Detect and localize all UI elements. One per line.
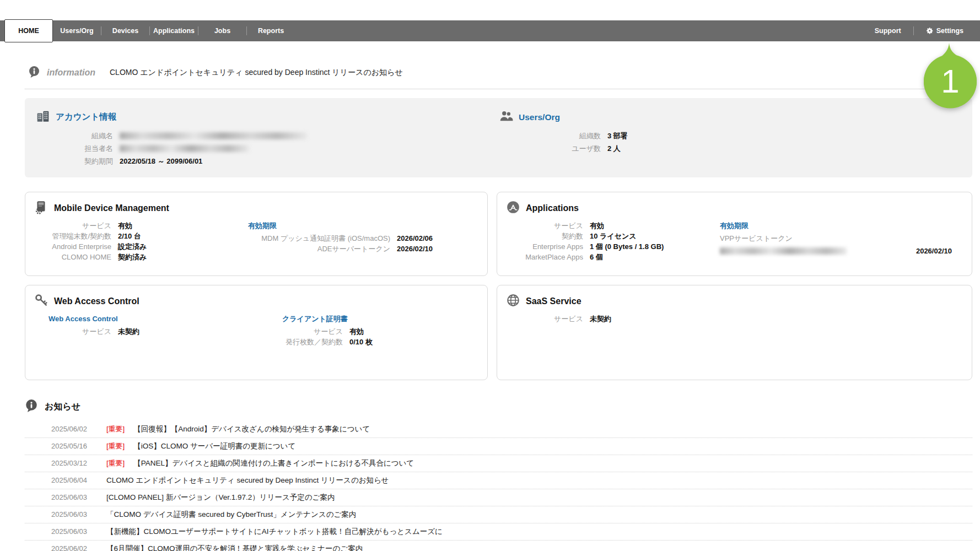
notice-date: 2025/05/16	[51, 442, 98, 450]
notice-date: 2025/03/12	[51, 459, 98, 467]
information-announcement-link[interactable]: CLOMO エンドポイントセキュリティ secured by Deep Inst…	[110, 68, 403, 78]
apps-license-label: 契約数	[506, 231, 583, 241]
tab-home[interactable]: HOME	[4, 19, 53, 42]
users-org-title[interactable]: Users/Org	[519, 112, 560, 122]
nav-separator	[913, 26, 914, 35]
wac-service-label: サービス	[34, 326, 111, 337]
wac-card: Web Access Control Web Access Control サー…	[25, 285, 488, 380]
user-count-value: 2 人	[607, 142, 961, 155]
notices-section: お知らせ 2025/06/02 [重要] 【回復報】【Android】デバイス改…	[25, 399, 972, 551]
notice-row[interactable]: 2025/06/02 [重要] 【回復報】【Android】デバイス改ざんの検知…	[25, 421, 972, 438]
mdm-card: Mobile Device Management サービス 有効 管理端末数/契…	[25, 192, 488, 276]
notice-row[interactable]: 2025/06/03 「CLOMO デバイス証明書 secured by Cyb…	[25, 506, 972, 523]
notice-date: 2025/06/03	[51, 493, 98, 501]
wac-card-title: Web Access Control	[54, 296, 139, 306]
notice-row[interactable]: 2025/06/02 【6月開催】CLOMO運用の不安を解消！基礎と実践を学ぶセ…	[25, 541, 972, 551]
globe-icon	[506, 293, 520, 309]
account-info-title[interactable]: アカウント情報	[56, 111, 116, 123]
cert-issue-count-label: 発行枚数／契約数	[248, 337, 343, 347]
key-icon	[34, 293, 49, 309]
mdm-android-label: Android Enterprise	[34, 241, 111, 252]
notice-date: 2025/06/03	[51, 510, 98, 518]
tab-reports[interactable]: Reports	[247, 27, 295, 35]
notice-row[interactable]: 2025/06/04 CLOMO エンドポイントセキュリティ secured b…	[25, 472, 972, 489]
tab-users-org[interactable]: Users/Org	[53, 27, 101, 35]
mdm-card-title: Mobile Device Management	[54, 203, 169, 213]
saas-service-value: 未契約	[590, 314, 700, 324]
saas-service-label: サービス	[506, 314, 583, 324]
notice-row[interactable]: 2025/06/03 【新機能】CLOMOユーザーサポートサイトにAIチャットボ…	[25, 523, 972, 541]
information-banner: information CLOMO エンドポイントセキュリティ secured …	[25, 41, 972, 89]
saas-card-title: SaaS Service	[526, 296, 581, 306]
mdm-devices-label: 管理端末数/契約数	[34, 231, 111, 241]
device-gear-icon	[34, 200, 49, 216]
user-count-label: ユーザ数	[504, 142, 601, 155]
building-icon	[36, 109, 50, 125]
enterprise-apps-value: 1 個 (0 Bytes / 1.8 GB)	[590, 241, 700, 252]
mdm-clomo-home-label: CLOMO HOME	[34, 252, 111, 262]
mdm-devices-value: 2/10 台	[118, 231, 228, 241]
applications-card: Applications サービス 有効 契約数 10 ライセンス Enterp…	[497, 192, 972, 276]
notice-title: 【新機能】CLOMOユーザーサポートサイトにAIチャットボット搭載！自己解決がも…	[106, 527, 443, 537]
vpp-token-date: 2026/02/10	[916, 247, 952, 255]
mdm-android-value: 設定済み	[118, 241, 228, 252]
org-count-label: 組織数	[504, 129, 601, 142]
mdm-service-label: サービス	[34, 220, 111, 231]
info-bubble-icon	[25, 399, 38, 414]
notice-title: 【PANEL】デバイスと組織の関連付けの上書きインポートにおける不具合について	[133, 458, 414, 468]
notice-title: CLOMO エンドポイントセキュリティ secured by Deep Inst…	[106, 476, 389, 485]
mdm-service-value: 有効	[118, 220, 228, 231]
notice-date: 2025/06/02	[51, 425, 98, 433]
apps-service-label: サービス	[506, 220, 583, 231]
marketplace-apps-label: MarketPlace Apps	[506, 252, 583, 262]
tab-devices[interactable]: Devices	[101, 27, 149, 35]
notice-date: 2025/06/03	[51, 527, 98, 536]
mdm-clomo-home-value: 契約済み	[118, 252, 228, 262]
information-label: information	[47, 68, 95, 78]
wac-link[interactable]: Web Access Control	[49, 314, 228, 324]
notice-row[interactable]: 2025/06/03 [CLOMO PANEL] 新バージョン（Ver.1.97…	[25, 489, 972, 506]
mdm-expiry-link[interactable]: 有効期限	[248, 220, 478, 231]
badge-number: 1	[924, 55, 977, 107]
users-icon	[499, 109, 513, 125]
notice-row[interactable]: 2025/05/16 [重要] 【iOS】CLOMO サーバー証明書の更新につい…	[25, 438, 972, 455]
notice-title: 【回復報】【Android】デバイス改ざんの検知が発生する事象について	[133, 424, 370, 434]
vpp-token-label: VPPサービストークン	[720, 233, 963, 244]
notice-title: 「CLOMO デバイス証明書 secured by CyberTrust」メンテ…	[106, 510, 356, 520]
org-name-label: 組織名	[36, 129, 113, 142]
notice-title: 【iOS】CLOMO サーバー証明書の更新について	[133, 441, 295, 451]
mdm-push-cert-label: MDM プッシュ通知証明書 (iOS/macOS)	[248, 233, 390, 244]
contact-name-redacted	[120, 145, 249, 152]
vpp-token-redacted	[720, 247, 847, 255]
notice-row[interactable]: 2025/03/12 [重要] 【PANEL】デバイスと組織の関連付けの上書きイ…	[25, 455, 972, 472]
apps-expiry-link[interactable]: 有効期限	[720, 220, 963, 231]
important-tag: [重要]	[106, 458, 125, 468]
saas-card: SaaS Service サービス 未契約	[497, 285, 972, 380]
account-info-block: アカウント情報 組織名 担当者名 契約期間 2022/05/18 ～ 2099/…	[36, 109, 471, 168]
app-store-icon	[506, 200, 520, 216]
apps-license-value: 10 ライセンス	[590, 231, 700, 241]
mdm-push-cert-date: 2026/02/06	[397, 233, 478, 244]
org-count-value: 3 部署	[607, 129, 961, 142]
account-summary-box: アカウント情報 組織名 担当者名 契約期間 2022/05/18 ～ 2099/…	[25, 98, 972, 177]
apps-service-value: 有効	[590, 220, 700, 231]
cert-service-value: 有効	[349, 326, 478, 337]
info-bubble-icon	[28, 66, 40, 80]
contract-period-value: 2022/05/18 ～ 2099/06/01	[120, 155, 367, 168]
top-navbar: HOME Users/Org Devices Applications Jobs…	[0, 20, 980, 41]
contact-name-label: 担当者名	[36, 142, 113, 155]
tab-jobs[interactable]: Jobs	[198, 27, 246, 35]
support-link[interactable]: Support	[875, 27, 901, 35]
marketplace-apps-value: 6 個	[590, 252, 700, 262]
cert-issue-count-value: 0/10 枚	[349, 337, 478, 347]
tab-applications[interactable]: Applications	[150, 27, 198, 35]
org-name-redacted	[120, 132, 307, 139]
notice-date: 2025/06/02	[51, 544, 98, 551]
client-cert-link[interactable]: クライアント証明書	[282, 314, 478, 324]
notice-title: [CLOMO PANEL] 新バージョン（Ver.1.97.2）リリース予定のご…	[106, 493, 335, 503]
notice-title: 【6月開催】CLOMO運用の不安を解消！基礎と実践を学ぶセミナーのご案内	[106, 544, 363, 551]
gear-icon	[926, 27, 934, 35]
cert-service-label: サービス	[248, 326, 343, 337]
users-org-block: Users/Org 組織数 3 部署 ユーザ数 2 人	[471, 109, 961, 168]
settings-link[interactable]: Settings	[926, 27, 963, 35]
